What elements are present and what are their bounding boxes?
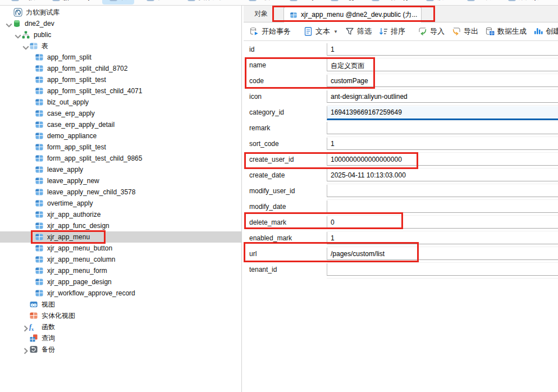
field-value-enabled-mark[interactable]: 1 [327,232,558,244]
table-folder-icon [29,42,38,51]
field-row-create-date: create_date2025-04-11 10:13:03.000 [244,168,558,184]
begin-transaction-button[interactable]: 开始事务 [246,25,294,38]
schema-icon [21,30,30,39]
field-value-code[interactable]: customPage [327,75,558,87]
main-toolbar-button-model[interactable]: 模型 [422,0,455,4]
main-toolbar-button-data-pump[interactable]: 数据泵 [504,0,543,4]
tree-item-materialized-views[interactable]: 实体化视图 [0,310,241,321]
record-form: id1name自定义页面codecustomPageiconant-design… [244,41,558,279]
tree-item-functions[interactable]: fx函数 [0,321,241,332]
tree-item-app-form-split-child-8702[interactable]: app_form_split_child_8702 [0,63,241,74]
chevron-down-icon[interactable] [13,32,22,41]
tab-table-xjr-app-menu[interactable]: xjr_app_menu @dne2_dev.public (力... [283,7,422,22]
tree-item-app-form-split-test-child-4071[interactable]: app_form_split_test_child_4071 [0,85,241,97]
chevron-down-icon[interactable] [4,21,13,30]
main-toolbar-button-table[interactable]: 表 [102,0,134,4]
tree-item-backups[interactable]: 备份 [0,344,241,355]
chevron-down-icon[interactable] [21,43,30,52]
chevron-right-icon[interactable] [21,324,30,333]
field-row-delete-mark: delete_mark0 [244,216,558,231]
main-toolbar-button-view[interactable]: 视图 [142,0,175,4]
main-toolbar-button-backup[interactable]: 备份 [326,0,359,4]
main-toolbar-button-chart[interactable]: 图表 [463,0,496,4]
field-row-code: codecustomPage [244,74,558,90]
filter-button[interactable]: 筛选 [341,25,375,38]
table-icon [35,143,44,152]
main-toolbar-button-new-query[interactable]: 新建查询 [48,0,94,4]
field-value-create-date[interactable]: 2025-04-11 10:13:03.000 [327,169,558,181]
data-pump-icon [508,0,516,1]
field-value-url[interactable]: /pages/custom/list [327,248,558,260]
field-value-category-id[interactable]: 1694139669167259649 [327,106,558,120]
tree-item-views[interactable]: 视图 [0,299,241,310]
main-toolbar-button-materialized-view[interactable]: 实体化视图 [183,0,236,4]
tree-item-xjr-app-authorize[interactable]: xjr_app_authorize [0,209,241,220]
tree-item-overtime-apply[interactable]: overtime_apply [0,198,241,209]
tree-item-leave-apply-new[interactable]: leave_apply_new [0,175,241,186]
tree-item-leave-apply[interactable]: leave_apply [0,164,241,175]
tree-item-xjr-app-page-design[interactable]: xjr_app_page_design [0,276,241,288]
tree-item-xjr-app-menu-column[interactable]: xjr_app_menu_column [0,254,241,265]
view-icon [29,300,38,309]
tree-item-xjr-app-menu-form[interactable]: xjr_app_menu_form [0,265,241,276]
tree-item-xjr-workflow-approve-record[interactable]: xjr_workflow_approve_record [0,288,241,299]
field-value-modify-date[interactable] [327,200,558,213]
tab-objects[interactable]: 对象 [244,6,278,22]
tree-item-queries[interactable]: 查询 [0,332,241,344]
field-value-create-user-id[interactable]: 1000000000000000000 [327,153,558,166]
table-icon [35,289,44,298]
filter-icon [345,26,355,37]
main-toolbar-button-query[interactable]: 查询 [285,0,318,4]
datagen-icon [485,26,495,37]
field-value-name[interactable]: 自定义页面 [327,59,558,71]
tree-item-xjr-app-menu[interactable]: xjr_app_menu [0,231,241,243]
tree-item-label: 视图 [42,300,55,309]
field-value-id[interactable]: 1 [327,43,558,56]
field-value-delete-mark[interactable]: 0 [327,216,558,229]
field-value-sort-code[interactable]: 1 [327,138,558,150]
sort-button[interactable]: 排序 [375,25,409,38]
toolbar-button-label: 创建图表 [546,26,558,37]
tree-item-label: form_app_split_test [47,143,106,151]
field-value-remark[interactable] [327,122,558,134]
tree-item-label: leave_apply [47,166,83,174]
tree-item-app-form-split-test[interactable]: app_form_split_test [0,74,241,85]
automation-icon [372,0,379,1]
field-value-modify-user-id[interactable] [327,185,558,197]
tree-item-xjr-app-func-design[interactable]: xjr_app_func_design [0,220,241,231]
main-toolbar-button-label: 图表 [478,0,491,2]
tree-item-public[interactable]: public [0,29,241,40]
field-row-sort-code: sort_code1 [244,137,558,153]
tree-item-connection-liruan-test[interactable]: 力软测试库 [0,7,241,18]
field-row-name: name自定义页面 [244,58,558,74]
chevron-right-icon[interactable] [21,347,30,355]
main-toolbar-button-automation[interactable]: 自动运行 [367,0,414,4]
main-toolbar-button-label: 自动运行 [382,0,409,2]
tree-item-case-erp-apply-detail[interactable]: case_erp_apply_detail [0,119,241,130]
backup-icon [29,345,38,354]
field-value-icon[interactable]: ant-design:aliyun-outlined [327,90,558,103]
tree-item-leave-apply-new-child-3578[interactable]: leave_apply_new_child_3578 [0,186,241,198]
main-toolbar-button-connection[interactable]: 连接 [7,0,40,4]
app-window: 连接新建查询表视图实体化视图函数查询备份自动运行模型图表数据泵 力软测试库dne… [0,0,558,392]
main-toolbar-button-label: 数据泵 [519,0,539,2]
create-chart-button[interactable]: 创建图表 [530,25,558,38]
tree-item-form-app-split-test-child-9865[interactable]: form_app_split_test_child_9865 [0,153,241,164]
tree-item-biz-out-apply[interactable]: biz_out_apply [0,97,241,108]
tree-item-demo-appliance[interactable]: demo_appliance [0,130,241,142]
export-button[interactable]: 导出 [448,25,482,38]
text-button[interactable]: 文本▼ [300,25,341,38]
data-generation-button[interactable]: 数据生成 [482,25,530,38]
tree-item-xjr-app-menu-button[interactable]: xjr_app_menu_button [0,243,241,254]
tree-item-label: xjr_app_func_design [47,222,109,230]
tree-item-dne2-dev[interactable]: dne2_dev [0,18,241,29]
field-value-tenant-id[interactable] [327,263,558,276]
tree-item-case-erp-apply[interactable]: case_erp_apply [0,108,241,119]
tree-item-form-app-split-test[interactable]: form_app_split_test [0,142,241,153]
tree-item-app-form-split[interactable]: app_form_split [0,52,241,63]
main-toolbar-button-function[interactable]: 函数 [244,0,277,4]
import-button[interactable]: 导入 [414,25,448,38]
view-icon [147,0,154,1]
chevron-down-icon[interactable]: ▼ [333,29,338,34]
tree-item-tables-folder[interactable]: 表 [0,40,241,52]
